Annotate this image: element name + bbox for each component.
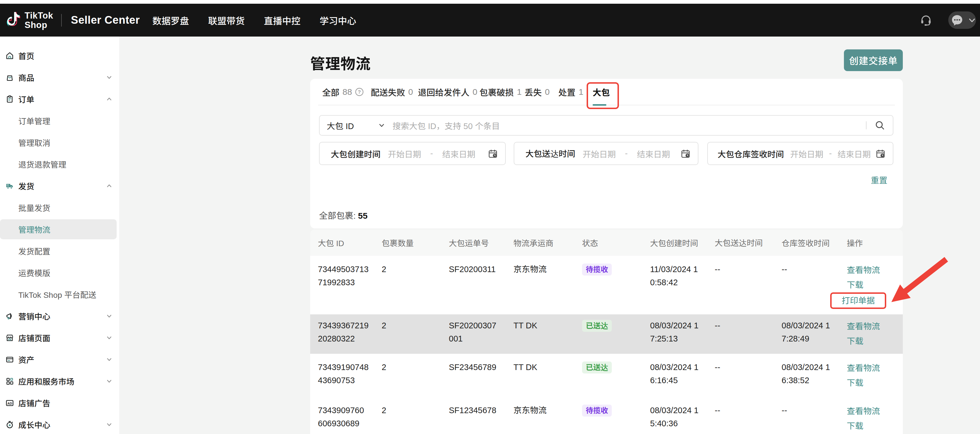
cell-line: 0:58:42 [650, 276, 704, 289]
package-total: 全部包裹:55 [319, 209, 368, 221]
sidebar-item-app-service-market[interactable]: 应用和服务市场 [0, 370, 119, 392]
cell-status: 待揽收 [574, 397, 643, 417]
search-input[interactable]: 搜索大包 ID，支持 50 个条目 [393, 119, 500, 131]
date-filter-bale-delivered-time[interactable]: 大包送达时间 开始日期 - 结束日期 [514, 142, 698, 165]
status-badge: 已送达 [582, 320, 612, 332]
cell-waybill: SF23456789 [441, 354, 506, 374]
cell-line: -- [715, 361, 771, 374]
sidebar-item-home[interactable]: 首页 [0, 45, 119, 67]
sidebar-item-label: 发货 [18, 180, 34, 192]
cell-bale-id: 7344950371371992833 [310, 256, 374, 289]
account-menu[interactable] [948, 11, 976, 29]
action-download[interactable]: 下载 [847, 418, 900, 433]
search-icon[interactable] [875, 120, 885, 131]
end-date-input[interactable]: 结束日期 [637, 147, 670, 160]
start-date-input[interactable]: 开始日期 [582, 147, 616, 160]
reset-link[interactable]: 重置 [871, 174, 888, 185]
cell-line: -- [781, 404, 836, 417]
sidebar-item-shipping-settings[interactable]: 发货配置 [0, 240, 119, 262]
top-nav: 数据罗盘 联盟带货 直播中控 学习中心 [153, 14, 356, 27]
date-filter-bale-created-time[interactable]: 大包创建时间 开始日期 - 结束日期 [319, 142, 506, 165]
action-print-document[interactable]: 打印单据 [842, 294, 875, 307]
nav-live-center[interactable]: 直播中控 [264, 14, 301, 27]
start-date-input[interactable]: 开始日期 [388, 147, 421, 160]
cell-package-count: 2 [374, 354, 441, 374]
cell-line: 2 [382, 361, 438, 374]
sidebar-item-tiktok-shop-platform-delivery[interactable]: TikTok Shop 平台配送 [0, 284, 119, 305]
cell-line: 7343909760 [318, 404, 371, 417]
cell-line: SF20200311 [449, 263, 503, 276]
col-actions: 操作 [839, 237, 903, 249]
storefront-icon [5, 333, 14, 342]
search-type-value: 大包 ID [327, 119, 354, 131]
cell-created: 11/03/2024 10:58:42 [643, 256, 707, 289]
action-view-logistics[interactable]: 查看物流 [847, 361, 900, 375]
tab-all[interactable]: 全部88? [322, 79, 364, 105]
tiktok-note-icon [6, 11, 22, 29]
tab-disposal[interactable]: 处置1 [558, 79, 584, 105]
tab-delivery-failed[interactable]: 配送失败0 [371, 79, 413, 105]
sidebar-item-marketing-center[interactable]: 营销中心 [0, 305, 119, 327]
calendar-icon[interactable] [681, 149, 690, 158]
tab-package-damaged[interactable]: 包裹破损1 [479, 79, 522, 105]
end-date-input[interactable]: 结束日期 [838, 147, 871, 160]
create-handover-button[interactable]: 创建交接单 [844, 49, 903, 71]
sidebar-item-growth-center[interactable]: 成长中心 [0, 414, 119, 434]
tab-label: 全部 [322, 86, 339, 98]
sidebar-item-shipping[interactable]: 发货 [0, 175, 119, 197]
sidebar-item-label: 营销中心 [18, 310, 50, 322]
table-row[interactable]: 73439367219202803222SF20200307001TT DK已送… [310, 314, 903, 354]
action-view-logistics[interactable]: 查看物流 [847, 319, 900, 334]
sidebar-item-label: 资产 [18, 354, 34, 365]
sidebar-item-store-pages[interactable]: 店铺页面 [0, 327, 119, 348]
sidebar-item-returns-refunds[interactable]: 退货退款管理 [0, 153, 119, 175]
date-filter-bale-warehouse-signed-time[interactable]: 大包仓库签收时间 开始日期 - 结束日期 [707, 142, 893, 165]
sidebar-item-order-management[interactable]: 订单管理 [0, 110, 119, 131]
tab-lost[interactable]: 丢失0 [525, 79, 550, 105]
tiktok-shop-logo[interactable]: TikTok Shop [6, 11, 53, 30]
search-box[interactable]: 大包 ID 搜索大包 ID，支持 50 个条目 [319, 115, 893, 136]
assets-icon [5, 355, 14, 364]
cell-line: 73439367219 [318, 319, 371, 332]
start-date-input[interactable]: 开始日期 [790, 147, 823, 160]
sidebar-item-orders[interactable]: 订单 [0, 88, 119, 110]
col-status: 状态 [574, 237, 643, 249]
cell-line: -- [781, 263, 836, 276]
sidebar-item-shipping-templates[interactable]: 运费模版 [0, 262, 119, 284]
sidebar-item-store-ads[interactable]: AD店铺广告 [0, 392, 119, 414]
calendar-icon[interactable] [488, 149, 498, 158]
sidebar-item-manage-logistics[interactable]: 管理物流 [0, 219, 117, 239]
calendar-icon[interactable] [876, 149, 885, 158]
table-row[interactable]: 73449503713719928332SF20200311京东物流待揽收11/… [310, 256, 903, 314]
sidebar-item-products[interactable]: 商品 [0, 67, 119, 88]
table-row[interactable]: 73439097606069306892SF12345678京东物流待揽收08/… [310, 397, 903, 434]
nav-affiliate[interactable]: 联盟带货 [208, 14, 245, 27]
headset-icon[interactable] [920, 14, 932, 27]
end-date-input[interactable]: 结束日期 [442, 147, 476, 160]
tab-count: 1 [517, 87, 522, 97]
cell-line: 08/03/2024 1 [650, 361, 704, 374]
nav-data-compass[interactable]: 数据罗盘 [153, 14, 189, 27]
tab-returned-to-sender[interactable]: 退回给发件人0 [418, 79, 477, 105]
help-icon[interactable]: ? [355, 88, 364, 96]
cell-line: 京东物流 [514, 404, 571, 417]
cell-line: 001 [449, 332, 503, 345]
sidebar-item-label: 批量发货 [18, 202, 50, 213]
action-download[interactable]: 下载 [847, 375, 900, 390]
cell-line: 2 [382, 404, 438, 417]
date-range-dash: - [430, 149, 433, 158]
table-row[interactable]: 73439190748436907532SF23456789TT DK已送达08… [310, 354, 903, 397]
action-download[interactable]: 下载 [847, 334, 900, 348]
sidebar-item-manage-cancellations[interactable]: 管理取消 [0, 131, 119, 153]
action-view-logistics[interactable]: 查看物流 [847, 404, 900, 418]
cell-waybill: SF20200307001 [441, 314, 506, 345]
cell-bale-id: 7343909760606930689 [310, 397, 374, 430]
header-right [920, 11, 980, 29]
date-filter-label: 大包创建时间 [331, 147, 380, 160]
nav-learning-center[interactable]: 学习中心 [320, 14, 356, 27]
sidebar-item-assets[interactable]: 资产 [0, 348, 119, 370]
cell-bale-id: 7343936721920280322 [310, 314, 374, 345]
search-type-select[interactable]: 大包 ID [327, 119, 393, 131]
package-total-value: 55 [358, 211, 368, 220]
sidebar-item-batch-shipping[interactable]: 批量发货 [0, 197, 119, 219]
